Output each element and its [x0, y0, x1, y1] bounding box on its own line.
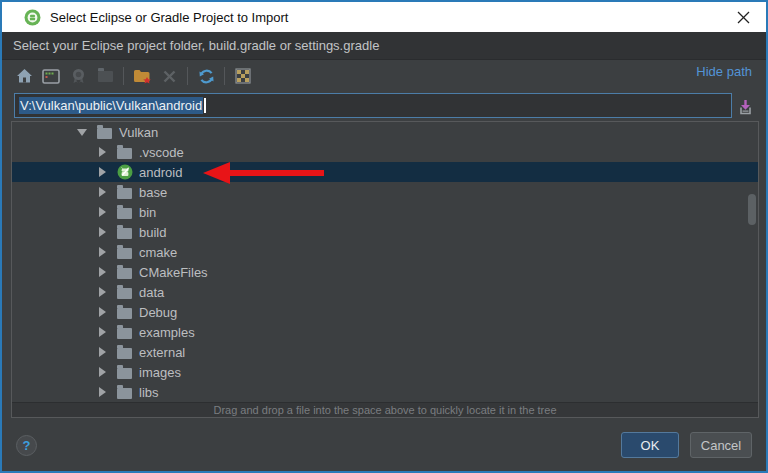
tree-item-label: data	[139, 285, 164, 300]
paste-path-button[interactable]	[735, 97, 755, 117]
close-icon	[737, 11, 750, 24]
home-button[interactable]	[12, 64, 36, 88]
chevron-icon[interactable]	[98, 187, 107, 197]
file-tree: Vulkan .vscode android	[12, 122, 758, 402]
tree-item-label: .vscode	[139, 145, 184, 160]
file-tree-panel: Vulkan .vscode android	[11, 121, 759, 418]
folder-icon	[117, 228, 132, 239]
folder-icon	[117, 148, 132, 159]
toolbar-separator	[187, 67, 188, 85]
tree-item-label: libs	[139, 385, 159, 400]
toolbar-separator	[224, 67, 225, 85]
folder-icon	[117, 348, 132, 359]
dialog-title: Select Eclipse or Gradle Project to Impo…	[50, 10, 288, 25]
ok-button[interactable]: OK	[621, 432, 679, 458]
folder-icon	[117, 388, 132, 399]
refresh-button[interactable]	[194, 64, 218, 88]
folder-icon	[98, 71, 113, 82]
tree-item-label: CMakeFiles	[139, 265, 208, 280]
tree-row-cmake[interactable]: cmake	[12, 242, 758, 262]
paste-path-icon	[737, 99, 754, 116]
folder-button	[93, 64, 117, 88]
tree-item-label: images	[139, 365, 181, 380]
folder-icon	[117, 268, 132, 279]
drag-drop-hint: Drag and drop a file into the space abov…	[12, 402, 758, 417]
hide-path-link[interactable]: Hide path	[696, 64, 752, 79]
tree-row-android[interactable]: android	[12, 162, 758, 182]
chevron-icon[interactable]	[98, 347, 107, 357]
folder-icon	[117, 308, 132, 319]
tree-row-images[interactable]: images	[12, 362, 758, 382]
tree-item-label: external	[139, 345, 185, 360]
dialog-footer: ? OK Cancel	[2, 419, 766, 471]
tree-item-label: base	[139, 185, 167, 200]
chevron-icon[interactable]	[98, 247, 107, 257]
tree-item-label: Vulkan	[119, 125, 158, 140]
tree-row-libs[interactable]: libs	[12, 382, 758, 402]
tree-item-label: Debug	[139, 305, 177, 320]
desktop-icon	[42, 69, 60, 84]
folder-icon	[117, 188, 132, 199]
tree-row-external[interactable]: external	[12, 342, 758, 362]
text-caret	[204, 98, 206, 113]
chevron-icon[interactable]	[98, 327, 107, 337]
chevron-icon[interactable]	[98, 387, 107, 397]
chevron-icon[interactable]	[98, 207, 107, 217]
tree-row-cmakefiles[interactable]: CMakeFiles	[12, 262, 758, 282]
home-icon	[16, 68, 33, 84]
chevron-icon[interactable]	[98, 267, 107, 277]
chevron-icon[interactable]	[98, 227, 107, 237]
path-input[interactable]: V:\Vulkan\public\Vulkan\android	[14, 93, 732, 118]
delete-button	[157, 64, 181, 88]
tree-item-label: android	[139, 165, 182, 180]
help-button[interactable]: ?	[16, 435, 37, 456]
tree-item-label: cmake	[139, 245, 177, 260]
show-hidden-button[interactable]	[231, 64, 255, 88]
new-folder-button[interactable]	[130, 64, 154, 88]
folder-icon	[117, 208, 132, 219]
tree-row-base[interactable]: base	[12, 182, 758, 202]
dialog-subtitle: Select your Eclipse project folder, buil…	[2, 32, 766, 60]
tree-row-examples[interactable]: examples	[12, 322, 758, 342]
android-studio-icon	[24, 9, 41, 26]
toolbar-separator	[123, 67, 124, 85]
chevron-icon[interactable]	[78, 127, 87, 137]
cancel-button[interactable]: Cancel	[690, 432, 752, 458]
chevron-icon[interactable]	[98, 167, 107, 177]
tree-row-build[interactable]: build	[12, 222, 758, 242]
toolbar	[12, 62, 258, 90]
tree-item-label: bin	[139, 205, 156, 220]
refresh-icon	[198, 68, 215, 85]
folder-icon	[117, 248, 132, 259]
folder-icon	[97, 128, 112, 139]
title-bar: Select Eclipse or Gradle Project to Impo…	[2, 2, 766, 32]
vertical-scrollbar[interactable]	[748, 194, 756, 225]
tree-row-bin[interactable]: bin	[12, 202, 758, 222]
new-folder-icon	[133, 68, 152, 85]
chevron-icon[interactable]	[98, 147, 107, 157]
module-button	[66, 64, 90, 88]
module-icon	[70, 68, 87, 85]
folder-icon	[117, 368, 132, 379]
chevron-icon[interactable]	[98, 367, 107, 377]
show-hidden-icon	[235, 68, 251, 84]
delete-x-icon	[163, 70, 176, 83]
tree-row-vulkan[interactable]: Vulkan	[12, 122, 758, 142]
tree-row-debug[interactable]: Debug	[12, 302, 758, 322]
path-selected-text: V:\Vulkan\public\Vulkan\android	[19, 97, 203, 114]
folder-icon	[117, 288, 132, 299]
import-project-dialog: Select Eclipse or Gradle Project to Impo…	[0, 0, 768, 473]
tree-item-label: examples	[139, 325, 195, 340]
chevron-icon[interactable]	[98, 287, 107, 297]
android-module-icon	[117, 164, 133, 180]
desktop-button[interactable]	[39, 64, 63, 88]
chevron-icon[interactable]	[98, 307, 107, 317]
tree-item-label: build	[139, 225, 166, 240]
close-button[interactable]	[721, 2, 766, 32]
folder-icon	[117, 328, 132, 339]
tree-row-data[interactable]: data	[12, 282, 758, 302]
tree-row-vscode[interactable]: .vscode	[12, 142, 758, 162]
